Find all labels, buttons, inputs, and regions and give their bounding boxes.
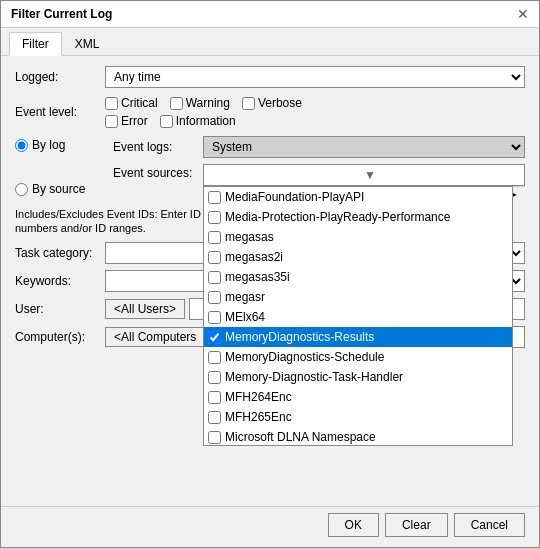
event-sources-dropdown-area: ▼ MediaFoundation-PlayAPIMedia-Protectio… (203, 164, 525, 201)
log-source-row: By log By source Event logs: System Eve (15, 136, 525, 207)
event-sources-header[interactable]: ▼ (203, 164, 525, 186)
list-item-checkbox[interactable] (208, 311, 221, 324)
tabs-bar: Filter XML (1, 28, 539, 56)
form-content: Logged: Any time Event level: Critical W… (1, 56, 539, 506)
list-item-checkbox[interactable] (208, 231, 221, 244)
list-item-checkbox[interactable] (208, 191, 221, 204)
list-item-label: MFH264Enc (225, 390, 292, 404)
information-label: Information (176, 114, 236, 128)
bottom-buttons: OK Clear Cancel (1, 506, 539, 547)
critical-checkbox-item[interactable]: Critical (105, 96, 158, 110)
list-item-checkbox[interactable] (208, 411, 221, 424)
tab-filter[interactable]: Filter (9, 32, 62, 56)
by-source-radio-item[interactable]: By source (15, 182, 105, 196)
information-checkbox-item[interactable]: Information (160, 114, 236, 128)
warning-checkbox-item[interactable]: Warning (170, 96, 230, 110)
computers-label: Computer(s): (15, 330, 105, 344)
list-item-checkbox[interactable] (208, 271, 221, 284)
event-level-checkboxes: Critical Warning Verbose Error (105, 96, 525, 128)
list-item-label: MemoryDiagnostics-Schedule (225, 350, 384, 364)
user-label: User: (15, 302, 105, 316)
filter-dialog: Filter Current Log ✕ Filter XML Logged: … (0, 0, 540, 548)
list-item-label: megasas2i (225, 250, 283, 264)
list-item[interactable]: megasas2i (204, 247, 512, 267)
event-level-row: Event level: Critical Warning Verbose (15, 96, 525, 128)
verbose-checkbox[interactable] (242, 97, 255, 110)
event-sources-row: Event sources: ▼ MediaFoundation-PlayAPI… (113, 164, 525, 201)
logged-row: Logged: Any time (15, 66, 525, 88)
list-item[interactable]: Memory-Diagnostic-Task-Handler (204, 367, 512, 387)
list-item[interactable]: MemoryDiagnostics-Results (204, 327, 512, 347)
list-item-label: MemoryDiagnostics-Results (225, 330, 374, 344)
list-item-label: MediaFoundation-PlayAPI (225, 190, 364, 204)
log-source-fields: Event logs: System Event sources: ▼ Me (113, 136, 525, 207)
title-bar: Filter Current Log ✕ (1, 1, 539, 28)
list-item-checkbox[interactable] (208, 371, 221, 384)
clear-button[interactable]: Clear (385, 513, 448, 537)
by-source-radio[interactable] (15, 183, 28, 196)
tab-xml[interactable]: XML (62, 32, 113, 55)
all-users-button[interactable]: <All Users> (105, 299, 185, 319)
event-logs-select[interactable]: System (203, 136, 525, 158)
keywords-label: Keywords: (15, 274, 105, 288)
list-item[interactable]: Media-Protection-PlayReady-Performance (204, 207, 512, 227)
list-item-checkbox[interactable] (208, 431, 221, 444)
list-item-label: Media-Protection-PlayReady-Performance (225, 210, 450, 224)
information-checkbox[interactable] (160, 115, 173, 128)
list-item-checkbox[interactable] (208, 351, 221, 364)
list-item-label: MElx64 (225, 310, 265, 324)
includes-note: Includes/Excludes Event IDs: Enter ID nu… (15, 207, 225, 236)
event-level-label: Event level: (15, 105, 105, 119)
warning-label: Warning (186, 96, 230, 110)
list-item-label: Memory-Diagnostic-Task-Handler (225, 370, 403, 384)
error-checkbox-item[interactable]: Error (105, 114, 148, 128)
list-item-label: megasas35i (225, 270, 290, 284)
by-log-radio-item[interactable]: By log (15, 138, 105, 152)
warning-checkbox[interactable] (170, 97, 183, 110)
checkboxes-row-1: Critical Warning Verbose (105, 96, 525, 110)
event-logs-dropdown-area: System (203, 136, 525, 158)
dropdown-arrow-icon: ▼ (364, 168, 520, 182)
list-item-label: megasr (225, 290, 265, 304)
verbose-checkbox-item[interactable]: Verbose (242, 96, 302, 110)
list-item[interactable]: MediaFoundation-PlayAPI (204, 187, 512, 207)
by-log-label: By log (32, 138, 65, 152)
by-log-radio[interactable] (15, 139, 28, 152)
event-logs-label: Event logs: (113, 140, 203, 154)
list-item[interactable]: MFH264Enc (204, 387, 512, 407)
list-item[interactable]: megasas35i (204, 267, 512, 287)
radio-group: By log By source (15, 136, 105, 196)
checkboxes-row-2: Error Information (105, 114, 525, 128)
close-button[interactable]: ✕ (517, 7, 529, 21)
error-label: Error (121, 114, 148, 128)
list-item[interactable]: MemoryDiagnostics-Schedule (204, 347, 512, 367)
event-sources-label: Event sources: (113, 164, 203, 180)
list-item[interactable]: MFH265Enc (204, 407, 512, 427)
all-computers-button[interactable]: <All Computers (105, 327, 205, 347)
logged-dropdown-area: Any time (105, 66, 525, 88)
list-item-checkbox[interactable] (208, 291, 221, 304)
ok-button[interactable]: OK (328, 513, 379, 537)
logged-select[interactable]: Any time (105, 66, 525, 88)
list-item[interactable]: megasr (204, 287, 512, 307)
task-category-label: Task category: (15, 246, 105, 260)
list-item-label: Microsoft DLNA Namespace (225, 430, 376, 444)
list-item-checkbox[interactable] (208, 251, 221, 264)
error-checkbox[interactable] (105, 115, 118, 128)
list-item-label: MFH265Enc (225, 410, 292, 424)
list-item[interactable]: MElx64 (204, 307, 512, 327)
critical-label: Critical (121, 96, 158, 110)
verbose-label: Verbose (258, 96, 302, 110)
list-item-label: megasas (225, 230, 274, 244)
by-source-label: By source (32, 182, 85, 196)
event-sources-list: MediaFoundation-PlayAPIMedia-Protection-… (203, 186, 513, 446)
list-item-checkbox[interactable] (208, 331, 221, 344)
list-item[interactable]: megasas (204, 227, 512, 247)
list-item[interactable]: Microsoft DLNA Namespace (204, 427, 512, 446)
list-item-checkbox[interactable] (208, 391, 221, 404)
event-logs-row: Event logs: System (113, 136, 525, 158)
logged-label: Logged: (15, 70, 105, 84)
cancel-button[interactable]: Cancel (454, 513, 525, 537)
critical-checkbox[interactable] (105, 97, 118, 110)
list-item-checkbox[interactable] (208, 211, 221, 224)
